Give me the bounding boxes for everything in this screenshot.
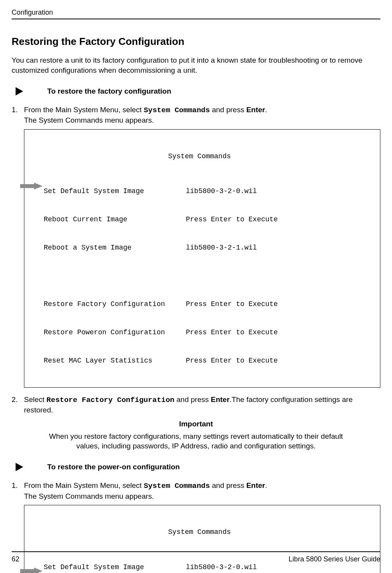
step-number: 1. xyxy=(12,105,24,125)
running-header: Configuration xyxy=(12,8,380,19)
doc-title: Libra 5800 Series User Guide xyxy=(289,554,380,564)
step-number: 1. xyxy=(12,481,24,501)
step-text: From the Main System Menu, select System… xyxy=(24,481,380,501)
pointer-arrow-icon xyxy=(20,568,43,573)
important-label: Important xyxy=(39,419,353,429)
terminal-content: System Commands Set Default System Image… xyxy=(24,129,380,388)
command-text: Restore Factory Configuration xyxy=(46,396,175,404)
important-block: Important When you restore factory confi… xyxy=(39,419,353,451)
terminal-row: Reboot Current Image Press Enter to Exec… xyxy=(44,215,375,224)
command-text: System Commands xyxy=(144,106,210,115)
pointer-arrow-icon xyxy=(20,183,43,190)
terminal-row: Restore Poweron Configuration Press Ente… xyxy=(44,328,375,337)
svg-marker-3 xyxy=(20,568,43,573)
terminal-block-1: System Commands Set Default System Image… xyxy=(24,129,380,388)
command-text: System Commands xyxy=(144,482,210,490)
svg-marker-2 xyxy=(15,463,23,471)
terminal-row: Set Default System Image lib5800-3-2-0.w… xyxy=(44,186,375,196)
text-fragment: and press xyxy=(175,395,211,404)
text-fragment: From the Main System Menu, select xyxy=(24,481,144,489)
procedure-title: To restore the power-on configuration xyxy=(47,462,180,472)
key-text: Enter xyxy=(211,395,230,404)
terminal-row: Restore Factory Configuration Press Ente… xyxy=(44,299,375,309)
text-fragment: Select xyxy=(24,395,46,404)
procedure-heading-factory: To restore the factory configuration xyxy=(12,86,380,96)
important-text: When you restore factory configurations,… xyxy=(39,431,353,451)
terminal-row: Set Default System Image lib5800-3-2-0.w… xyxy=(44,563,375,572)
text-fragment: . xyxy=(265,481,267,489)
step-number: 2. xyxy=(12,395,24,415)
svg-marker-0 xyxy=(15,87,23,96)
procedure-title: To restore the factory configuration xyxy=(47,86,171,96)
svg-marker-1 xyxy=(20,183,43,190)
step-item: 1. From the Main System Menu, select Sys… xyxy=(12,481,380,501)
procedure-heading-poweron: To restore the power-on configuration xyxy=(12,462,380,472)
key-text: Enter xyxy=(246,106,265,114)
terminal-title: System Commands xyxy=(24,527,375,537)
procedure-arrow-icon xyxy=(14,462,24,472)
step-item: 1. From the Main System Menu, select Sys… xyxy=(12,105,380,125)
step-text: Select Restore Factory Configuration and… xyxy=(24,395,380,415)
terminal-row: Reset MAC Layer Statistics Press Enter t… xyxy=(44,356,375,365)
text-fragment: and press xyxy=(210,481,246,489)
terminal-row: Reboot a System Image lib5800-3-2-1.wil xyxy=(44,243,375,252)
text-fragment: and press xyxy=(210,106,246,114)
terminal-row xyxy=(44,271,375,281)
page-number: 62 xyxy=(12,554,19,564)
text-fragment: The System Commands menu appears. xyxy=(24,492,154,500)
page-footer: 62 Libra 5800 Series User Guide xyxy=(12,551,380,564)
step-text: From the Main System Menu, select System… xyxy=(24,105,380,125)
section-intro: You can restore a unit to its factory co… xyxy=(12,55,380,75)
key-text: Enter xyxy=(246,481,265,489)
text-fragment: From the Main System Menu, select xyxy=(24,106,144,114)
section-title: Restoring the Factory Configuration xyxy=(12,35,380,48)
terminal-title: System Commands xyxy=(24,152,375,161)
procedure-arrow-icon xyxy=(14,86,24,96)
step-item: 2. Select Restore Factory Configuration … xyxy=(12,395,380,415)
text-fragment: The System Commands menu appears. xyxy=(24,116,154,124)
text-fragment: . xyxy=(265,106,267,114)
